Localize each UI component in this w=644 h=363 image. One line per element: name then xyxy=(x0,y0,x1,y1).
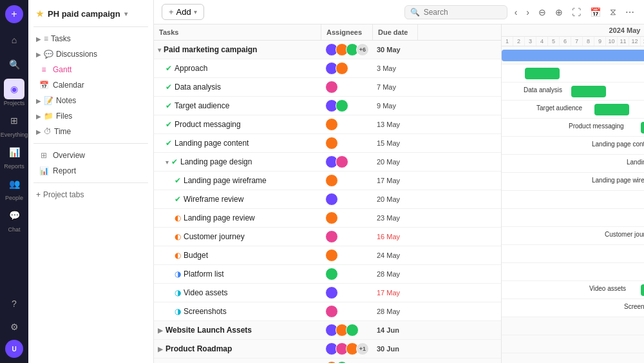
overview-label: Overview xyxy=(53,151,85,160)
zoom-in-button[interactable]: ⊕ xyxy=(553,5,565,19)
time-icon: ⏱ xyxy=(44,127,52,136)
task-cell-name: ✔ Landing page content xyxy=(154,136,321,150)
avatar xyxy=(325,137,338,150)
notes-icon: 📝 xyxy=(44,96,53,105)
calendar-button[interactable]: 📅 xyxy=(588,5,603,19)
project-chevron-icon: ▾ xyxy=(124,10,128,17)
toolbar-actions: ‹ › ⊖ ⊕ ⛶ 📅 ⧖ ⋯ xyxy=(513,5,636,19)
search-input[interactable] xyxy=(424,8,501,17)
sidebar: + ⌂ 🔍 ◉ Projects ⊞ Everything 📊 Reports … xyxy=(0,0,28,363)
sidebar-chat-icon[interactable]: 💬 xyxy=(4,205,24,226)
table-header: Tasks Assignees Due date xyxy=(154,25,501,41)
task-cell-due: 24 May xyxy=(373,249,418,262)
task-name: Landing page content xyxy=(175,139,249,148)
more-button[interactable]: ⋯ xyxy=(623,5,636,19)
table-row: ▾ ✔ Landing page design 20 May xyxy=(154,153,501,172)
sidebar-settings-icon[interactable]: ⚙ xyxy=(4,317,24,337)
sidebar-projects-icon[interactable]: ◉ xyxy=(4,79,24,99)
task-name: Video assets xyxy=(184,288,228,297)
sidebar-search-icon[interactable]: 🔍 xyxy=(4,54,24,75)
overview-icon: ⊞ xyxy=(39,151,49,160)
task-cell-due: 7 May xyxy=(373,81,418,93)
nav-item-tasks[interactable]: ▶ ≡ Tasks xyxy=(28,31,153,46)
notes-label: Notes xyxy=(56,96,76,105)
user-avatar[interactable]: U xyxy=(5,340,23,358)
star-icon: ★ xyxy=(36,9,44,19)
task-cell-due: 9 May xyxy=(373,99,418,112)
task-cell-assignees xyxy=(321,134,373,152)
task-cell-assignees xyxy=(321,246,373,264)
gantt-bar: Target audience xyxy=(594,104,629,115)
task-name: Landing page wireframe xyxy=(184,176,267,185)
avatar xyxy=(336,99,348,112)
sidebar-help-icon[interactable]: ? xyxy=(4,293,24,314)
fit-button[interactable]: ⛶ xyxy=(570,5,583,19)
gantt-container: Tasks Assignees Due date ▾ Paid marketin… xyxy=(154,25,644,363)
table-row: ▾ Paid marketing campaign +6 30 May xyxy=(154,41,501,59)
nav-forward-button[interactable]: › xyxy=(524,5,531,19)
status-inprog-icon: ◑ xyxy=(175,270,181,279)
avatar xyxy=(336,155,348,168)
gantt-row: Platform list xyxy=(502,263,644,281)
sidebar-people-icon[interactable]: 👥 xyxy=(4,173,24,194)
col-assignees: Assignees xyxy=(321,25,373,40)
status-done-icon: ✔ xyxy=(166,139,172,148)
gantt-row xyxy=(502,64,644,83)
project-header[interactable]: ★ PH paid campaign ▾ xyxy=(28,5,153,23)
table-row: ✔ Target audience 9 May xyxy=(154,97,501,115)
due-date: 28 May xyxy=(377,308,400,315)
col-due: Due date xyxy=(373,25,418,40)
nav-back-button[interactable]: ‹ xyxy=(513,5,520,19)
due-date: 9 May xyxy=(377,102,396,110)
avatar xyxy=(325,193,338,206)
gantt-day: 3 xyxy=(525,37,536,46)
nav-item-gantt[interactable]: ≡ Gantt xyxy=(31,62,151,77)
avatar xyxy=(325,174,338,187)
nav-add-project-tabs[interactable]: + Project tabs xyxy=(28,187,153,202)
expand-icon[interactable]: ▾ xyxy=(166,159,169,166)
task-cell-assignees xyxy=(321,358,373,363)
gantt-row: Landing page design xyxy=(502,155,644,173)
notes-chevron-icon: ▶ xyxy=(36,97,41,104)
task-name: Target audience xyxy=(175,101,229,110)
avatar xyxy=(325,286,338,299)
files-icon: 📁 xyxy=(44,112,53,121)
filter-button[interactable]: ⧖ xyxy=(608,5,618,19)
plus-icon: + xyxy=(36,190,41,199)
sidebar-add-button[interactable]: + xyxy=(5,5,23,23)
task-cell-assignees xyxy=(321,190,373,208)
table-row: ◑ Screenshots 28 May xyxy=(154,302,501,321)
expand-icon[interactable]: ▶ xyxy=(158,346,163,353)
sidebar-everything-icon[interactable]: ⊞ xyxy=(4,110,24,131)
nav-item-calendar[interactable]: 📅 Calendar xyxy=(31,77,151,93)
time-label: Time xyxy=(54,127,71,136)
gantt-icon: ≡ xyxy=(39,65,49,74)
task-name: Wireframe review xyxy=(184,195,243,204)
sidebar-reports-label: Reports xyxy=(4,163,24,170)
nav-item-report[interactable]: 📊 Report xyxy=(31,163,151,179)
nav-item-overview[interactable]: ⊞ Overview xyxy=(31,148,151,163)
expand-icon[interactable]: ▾ xyxy=(158,46,161,54)
gantt-day: 12 xyxy=(629,37,641,46)
status-done-icon: ✔ xyxy=(166,64,172,73)
files-chevron-icon: ▶ xyxy=(36,113,41,120)
due-date: 3 May xyxy=(377,64,396,72)
zoom-out-button[interactable]: ⊖ xyxy=(536,5,548,19)
sidebar-home-icon[interactable]: ⌂ xyxy=(4,30,24,50)
table-row: ✔ Wireframe review 20 May xyxy=(154,190,501,209)
task-cell-assignees xyxy=(321,302,373,320)
task-cell-due: 17 May xyxy=(373,174,418,187)
nav-item-discussions[interactable]: ▶ 💬 Discussions xyxy=(28,46,153,62)
discussions-chevron-icon: ▶ xyxy=(36,51,41,58)
nav-item-notes[interactable]: ▶ 📝 Notes xyxy=(28,93,153,108)
gantt-row: Target audience xyxy=(502,101,644,119)
due-date: 20 May xyxy=(377,195,400,203)
status-inprog-icon: ◑ xyxy=(175,307,181,316)
expand-icon[interactable]: ▶ xyxy=(158,327,163,334)
sidebar-reports-icon[interactable]: 📊 xyxy=(4,142,24,162)
gantt-bar: Data analysis xyxy=(571,86,606,97)
nav-item-files[interactable]: ▶ 📁 Files xyxy=(28,108,153,124)
add-button[interactable]: + Add ▾ xyxy=(162,4,204,20)
nav-item-time[interactable]: ▶ ⏱ Time xyxy=(28,124,153,139)
table-row: ◐ Customer journey 16 May xyxy=(154,228,501,246)
